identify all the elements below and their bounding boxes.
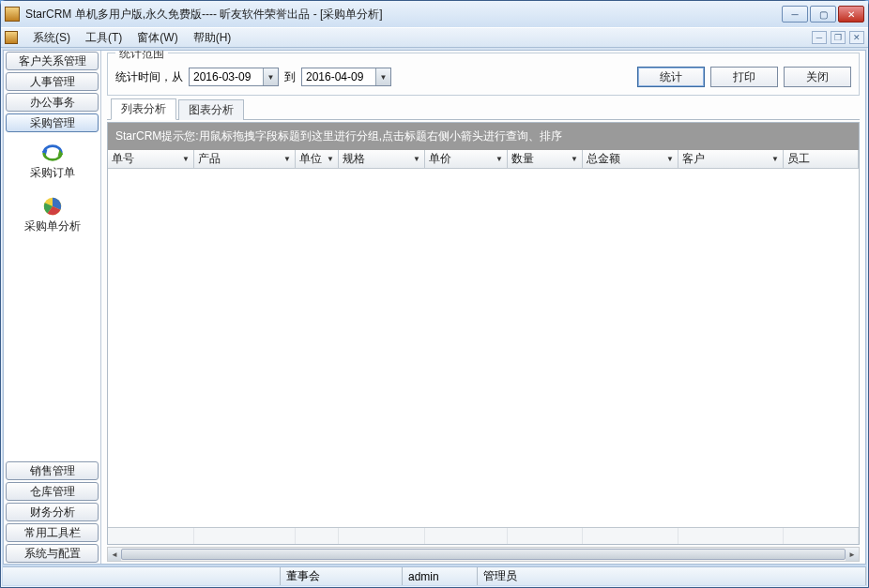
print-button[interactable]: 打印 [710, 67, 778, 87]
tab-chart[interactable]: 图表分析 [178, 99, 244, 120]
filter-dropdown-icon[interactable]: ▼ [771, 155, 779, 163]
minimize-button[interactable]: ─ [782, 6, 808, 23]
dropdown-icon[interactable]: ▼ [375, 68, 390, 85]
dropdown-icon[interactable]: ▼ [263, 68, 278, 85]
grid-body[interactable] [108, 169, 859, 527]
mdi-close-button[interactable]: ✕ [849, 31, 864, 44]
app-icon-small [5, 31, 18, 44]
col-qty[interactable]: 数量▼ [508, 150, 583, 168]
filter-to-label: 到 [284, 69, 296, 85]
sidebar-item-purchase-order[interactable]: 采购订单 [4, 141, 100, 181]
col-order-no[interactable]: 单号▼ [108, 150, 194, 168]
menu-help[interactable]: 帮助(H) [186, 28, 239, 48]
titlebar[interactable]: StarCRM 单机多用户版,永久免费版---- 昕友软件荣誉出品 - [采购单… [1, 1, 868, 27]
filter-dropdown-icon[interactable]: ▼ [666, 155, 674, 163]
date-to-input[interactable] [302, 68, 375, 85]
filter-time-label: 统计时间，从 [115, 69, 183, 85]
grid-header: 单号▼ 产品▼ 单位▼ 规格▼ 单价▼ 数量▼ 总金额▼ 客户▼ 员工 [108, 150, 859, 169]
filter-dropdown-icon[interactable]: ▼ [283, 155, 291, 163]
status-dept: 董事会 [281, 567, 403, 585]
sidebar-item-label: 采购订单 [30, 165, 75, 181]
client-area: 客户关系管理 人事管理 办公事务 采购管理 采购订单 [3, 50, 866, 565]
tab-list[interactable]: 列表分析 [111, 98, 176, 120]
col-customer[interactable]: 客户▼ [678, 150, 784, 168]
col-total[interactable]: 总金额▼ [583, 150, 678, 168]
main-area: 统计范围 统计时间，从 ▼ 到 ▼ 统计 打印 关闭 列表分析 图表分析 [101, 51, 865, 564]
date-from-input[interactable] [190, 68, 263, 85]
grid-footer [108, 527, 859, 544]
sidebar: 客户关系管理 人事管理 办公事务 采购管理 采购订单 [4, 51, 101, 564]
window-title: StarCRM 单机多用户版,永久免费版---- 昕友软件荣誉出品 - [采购单… [25, 7, 782, 23]
col-unit[interactable]: 单位▼ [296, 150, 339, 168]
data-grid: StarCRM提示您:用鼠标拖拽字段标题到这里进行分组,点击标题右侧小箭头进行查… [107, 122, 860, 545]
nav-hr[interactable]: 人事管理 [6, 72, 99, 91]
stat-button[interactable]: 统计 [637, 67, 705, 87]
main-window: StarCRM 单机多用户版,永久免费版---- 昕友软件荣誉出品 - [采购单… [0, 0, 869, 588]
nav-customer[interactable]: 客户关系管理 [6, 52, 99, 70]
date-from-combo[interactable]: ▼ [189, 68, 279, 86]
status-role: 管理员 [478, 567, 866, 585]
sidebar-item-purchase-analysis[interactable]: 采购单分析 [4, 194, 100, 234]
mdi-minimize-button[interactable]: ─ [812, 31, 827, 44]
filter-legend: 统计范围 [115, 50, 168, 62]
menu-tools[interactable]: 工具(T) [78, 28, 130, 48]
col-staff[interactable]: 员工 [784, 150, 859, 168]
filter-dropdown-icon[interactable]: ▼ [413, 155, 420, 163]
menu-window[interactable]: 窗体(W) [130, 28, 185, 48]
filter-dropdown-icon[interactable]: ▼ [571, 155, 578, 163]
pie-chart-icon [38, 194, 67, 219]
mdi-restore-button[interactable]: ❐ [831, 31, 846, 44]
col-product[interactable]: 产品▼ [194, 150, 296, 168]
statusbar: 董事会 admin 管理员 [3, 566, 866, 585]
status-user: admin [403, 567, 478, 585]
menubar: 系统(S) 工具(T) 窗体(W) 帮助(H) ─ ❐ ✕ [1, 27, 868, 48]
maximize-button[interactable]: ▢ [810, 6, 836, 23]
grid-hint: StarCRM提示您:用鼠标拖拽字段标题到这里进行分组,点击标题右侧小箭头进行查… [108, 123, 859, 150]
scroll-left-icon[interactable]: ◄ [108, 548, 121, 561]
close-button-inner[interactable]: 关闭 [784, 67, 851, 87]
nav-toolbar[interactable]: 常用工具栏 [6, 523, 99, 542]
refresh-order-icon [38, 141, 67, 165]
close-button[interactable]: ✕ [838, 6, 864, 23]
filter-dropdown-icon[interactable]: ▼ [327, 155, 334, 163]
menu-system[interactable]: 系统(S) [25, 28, 78, 48]
filter-dropdown-icon[interactable]: ▼ [182, 155, 190, 163]
col-spec[interactable]: 规格▼ [339, 150, 425, 168]
tab-strip: 列表分析 图表分析 [107, 99, 860, 120]
nav-purchase[interactable]: 采购管理 [6, 113, 99, 132]
nav-sales[interactable]: 销售管理 [6, 461, 99, 480]
scroll-thumb[interactable] [121, 549, 846, 560]
nav-config[interactable]: 系统与配置 [6, 544, 99, 563]
app-icon [5, 7, 20, 22]
nav-panel-purchase: 采购订单 采购单分析 [4, 133, 100, 460]
nav-office[interactable]: 办公事务 [6, 93, 99, 112]
filter-dropdown-icon[interactable]: ▼ [495, 155, 503, 163]
horizontal-scrollbar[interactable]: ◄ ► [107, 547, 860, 562]
nav-warehouse[interactable]: 仓库管理 [6, 482, 99, 501]
date-to-combo[interactable]: ▼ [301, 68, 391, 86]
sidebar-item-label: 采购单分析 [24, 219, 81, 234]
scroll-right-icon[interactable]: ► [846, 548, 859, 561]
filter-fieldset: 统计范围 统计时间，从 ▼ 到 ▼ 统计 打印 关闭 [107, 53, 860, 96]
status-pane-1 [3, 567, 281, 585]
nav-finance[interactable]: 财务分析 [6, 503, 99, 521]
col-price[interactable]: 单价▼ [425, 150, 508, 168]
